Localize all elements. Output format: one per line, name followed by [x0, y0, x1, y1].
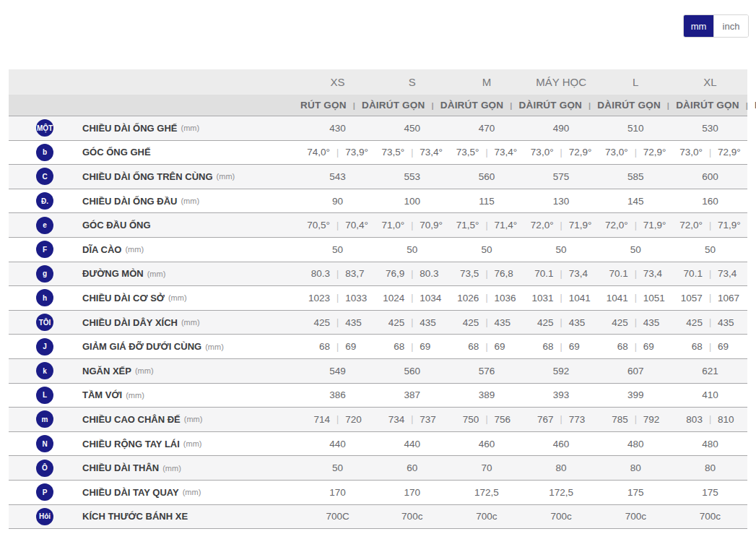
- value-cell: 68|69: [449, 335, 523, 358]
- subheader-cell: RÚT GỌN|DÀI: [693, 95, 756, 116]
- value-pair: 74,0°|73,9°: [300, 147, 375, 158]
- value-long: 1036: [488, 293, 524, 303]
- row-badge: k: [36, 362, 53, 379]
- value-long: 73,4°: [413, 147, 449, 158]
- value-long: 69: [711, 341, 747, 352]
- row-unit: (mm): [147, 270, 166, 278]
- subheader-pair: RÚT GỌN|DÀI: [693, 100, 756, 111]
- value-single: 393: [553, 389, 570, 400]
- value-cell: 68|69: [375, 335, 449, 358]
- value-long: 435: [488, 317, 524, 328]
- value-reach: 1023: [300, 293, 336, 303]
- value-reach: 72,0°: [673, 220, 709, 231]
- value-single: 430: [329, 123, 346, 134]
- row-badge: e: [36, 217, 53, 234]
- value-reach: 1024: [375, 293, 411, 303]
- row-label-cell: gĐƯỜNG MÒN(mm): [9, 262, 300, 286]
- value-single: 50: [332, 462, 343, 473]
- value-cell: 1024|1034: [375, 286, 449, 310]
- row-unit: (mm): [217, 172, 235, 181]
- value-cell: 700c: [524, 505, 599, 529]
- value-reach: 425: [449, 317, 485, 328]
- value-cell: 440: [300, 432, 375, 456]
- geometry-table: XSSMMÁY HỌCLXL RÚT GỌN|DÀIRÚT GỌN|DÀIRÚT…: [9, 69, 747, 529]
- row-unit: (mm): [184, 415, 203, 423]
- subheader-long-label: DÀI: [748, 100, 756, 111]
- value-long: 69: [488, 341, 524, 352]
- value-single: 70: [481, 462, 492, 473]
- subheader-reach-label: RÚT GỌN: [614, 100, 667, 111]
- value-long: 810: [711, 414, 747, 425]
- value-single: 410: [702, 389, 718, 400]
- value-single: 50: [407, 244, 417, 255]
- value-single: 560: [404, 366, 420, 376]
- value-reach: 72,0°: [524, 220, 560, 231]
- value-pair: 1057|1067: [673, 293, 747, 303]
- value-pair: 425|435: [599, 317, 673, 328]
- value-cell: 100: [375, 189, 449, 213]
- value-pair: 68|69: [300, 341, 375, 352]
- value-reach: 714: [300, 414, 336, 425]
- value-reach: 73,0°: [599, 147, 635, 158]
- row-unit: (mm): [205, 343, 224, 351]
- value-single: 115: [479, 196, 495, 207]
- value-single: 549: [329, 366, 346, 376]
- subheader-pair: RÚT GỌN|DÀI: [536, 100, 614, 111]
- value-pair: 68|69: [449, 341, 523, 352]
- value-single: 80: [556, 462, 567, 473]
- value-single: 100: [404, 196, 420, 207]
- subheader-reach-label: RÚT GỌN: [379, 100, 432, 111]
- value-long: 69: [413, 341, 449, 352]
- value-cell: 543: [300, 165, 375, 189]
- row-unit: (mm): [162, 464, 181, 473]
- unit-mm-button[interactable]: mm: [684, 15, 713, 37]
- value-long: 76,8: [488, 268, 524, 279]
- value-single: 145: [627, 196, 644, 207]
- value-cell: 714|720: [300, 408, 375, 431]
- subheader-reach-label: RÚT GỌN: [536, 100, 588, 111]
- value-cell: 1026|1036: [449, 286, 523, 310]
- value-reach: 803: [673, 414, 709, 425]
- value-cell: 560: [449, 165, 523, 189]
- value-cell: 172,5: [449, 481, 523, 504]
- size-header: MÁY HỌC: [524, 69, 599, 95]
- value-single: 460: [553, 439, 570, 449]
- value-cell: 50: [300, 456, 375, 480]
- value-single: 700c: [401, 511, 422, 522]
- value-long: 73,4: [711, 268, 747, 279]
- value-cell: 72,0°|71,9°: [524, 213, 599, 237]
- value-pair: 71,0°|70,9°: [375, 220, 449, 231]
- value-single: 575: [553, 171, 570, 182]
- value-pair: 72,0°|71,9°: [599, 220, 673, 231]
- value-cell: 73,5°|73,4°: [375, 141, 449, 165]
- table-row: mCHIỀU CAO CHÂN ĐẾ(mm)714|720734|737750|…: [9, 408, 747, 432]
- value-cell: 734|737: [375, 408, 449, 431]
- row-label: GÓC ỐNG GHẾ: [82, 147, 151, 158]
- value-cell: 68|69: [300, 335, 375, 358]
- value-single: 172,5: [474, 487, 499, 498]
- value-cell: 175: [599, 481, 673, 504]
- subheader-long-label: DÀI: [669, 100, 693, 111]
- row-unit: (mm): [181, 318, 200, 327]
- value-cell: 700c: [599, 505, 673, 529]
- row-label-cell: JGIẢM GIÁ ĐỠ DƯỚI CÙNG(mm): [9, 335, 300, 358]
- value-cell: 560: [375, 359, 449, 383]
- row-badge: TÔI: [36, 314, 53, 331]
- table-row: LTẦM VỚI(mm)386387389393399410: [9, 384, 747, 408]
- value-single: 480: [702, 439, 718, 449]
- value-single: 510: [627, 123, 644, 134]
- subheader-pair: RÚT GỌN|DÀI: [300, 100, 379, 111]
- value-cell: 80: [673, 456, 747, 480]
- value-single: 389: [479, 389, 495, 400]
- value-reach: 425: [375, 317, 411, 328]
- value-cell: 50: [673, 238, 747, 262]
- value-cell: 175: [673, 481, 747, 504]
- value-long: 773: [562, 414, 599, 425]
- value-single: 576: [479, 366, 495, 376]
- unit-inch-button[interactable]: inch: [713, 15, 748, 37]
- value-pair: 734|737: [375, 414, 449, 425]
- row-unit: (mm): [135, 366, 154, 375]
- value-cell: 68|69: [599, 335, 673, 358]
- value-reach: 73,5: [449, 268, 485, 279]
- value-reach: 1041: [599, 293, 635, 303]
